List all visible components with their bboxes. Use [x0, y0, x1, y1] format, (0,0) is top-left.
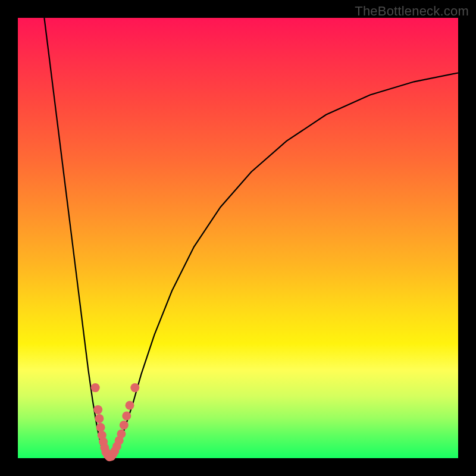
chart-svg [18, 18, 458, 458]
data-point [122, 412, 131, 421]
chart-plot-area [18, 18, 458, 458]
data-point [91, 383, 100, 392]
data-point [126, 401, 134, 410]
data-point [130, 383, 139, 392]
watermark-text: TheBottleneck.com [355, 4, 469, 19]
data-point [93, 405, 102, 414]
data-point [95, 414, 104, 423]
data-points-group [91, 383, 140, 461]
data-point [120, 421, 129, 430]
data-point [117, 430, 126, 439]
chart-frame: TheBottleneck.com [0, 0, 476, 476]
bottleneck-curve [44, 18, 458, 458]
data-point [96, 423, 105, 432]
